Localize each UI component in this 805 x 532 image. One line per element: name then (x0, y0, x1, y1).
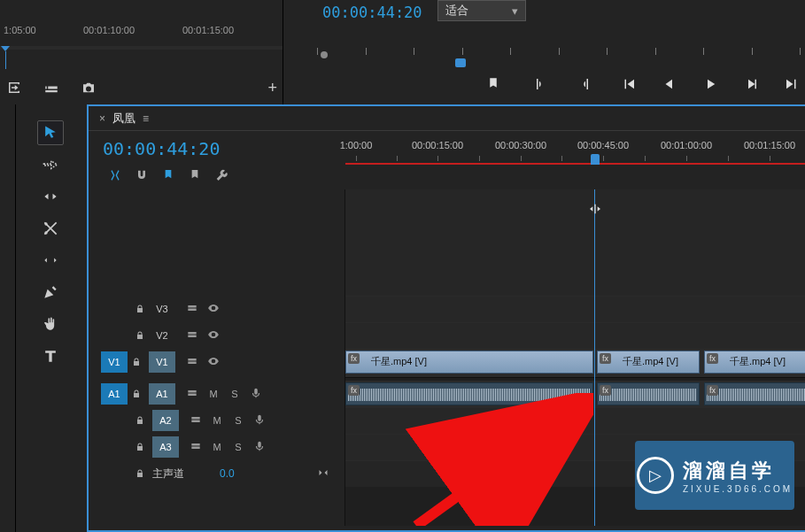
left-panel-stub (0, 104, 16, 532)
track-header-master[interactable]: 主声道 0.0 (89, 460, 344, 487)
source-patch-v1[interactable]: V1 (101, 351, 128, 373)
track-select-tool[interactable] (37, 152, 64, 177)
fx-badge: fx (707, 385, 718, 396)
sync-lock-icon[interactable] (190, 413, 202, 428)
program-playhead[interactable] (455, 58, 466, 67)
work-area-bar[interactable] (345, 163, 805, 165)
audio-clip[interactable]: fx (345, 382, 593, 405)
timeline-body: V3 V2 (89, 189, 805, 526)
sync-lock-icon[interactable] (186, 328, 198, 343)
camera-icon[interactable] (78, 77, 99, 98)
track-header-v1[interactable]: V1 V1 (89, 349, 344, 375)
export-frame-icon[interactable] (4, 77, 25, 98)
track-header-a3[interactable]: A3 M S (89, 434, 344, 460)
magnet-icon[interactable] (135, 168, 149, 185)
snap-icon[interactable] (108, 168, 122, 185)
pen-tool[interactable] (37, 280, 64, 305)
track-label[interactable]: A1 (149, 383, 175, 405)
solo-toggle[interactable]: S (232, 442, 244, 452)
video-clip[interactable]: fx 千星.mp4 [V] (704, 351, 805, 374)
main-area: × 凤凰 ≡ 00:00:44:20 1:00:00 00:00:15:00 (0, 104, 805, 532)
lock-icon[interactable] (131, 415, 149, 426)
sync-lock-icon[interactable] (186, 387, 198, 402)
audio-clip[interactable]: fx (704, 382, 805, 405)
linked-selection-icon[interactable] (161, 168, 175, 185)
lock-icon[interactable] (131, 442, 149, 452)
waveform (600, 389, 697, 401)
waveform (348, 389, 591, 401)
panel-menu-icon[interactable]: ≡ (143, 112, 149, 125)
source-monitor: 1:05:00 00:01:10:00 00:01:15:00 + (0, 0, 283, 104)
video-clip[interactable]: fx 千星.mp4 [V] (597, 351, 700, 374)
source-ruler[interactable]: 1:05:00 00:01:10:00 00:01:15:00 (0, 25, 283, 60)
step-back-icon[interactable] (662, 73, 677, 95)
sync-lock-icon[interactable] (190, 440, 202, 455)
step-forward-icon[interactable] (743, 73, 759, 95)
zoom-fit-dropdown[interactable]: 适合 (437, 0, 526, 21)
goto-in-icon[interactable] (621, 73, 637, 95)
video-clip[interactable]: fx 千星.mp4 [V] (345, 351, 593, 374)
timeline-playhead[interactable] (594, 189, 595, 526)
scrubbar-handle[interactable] (321, 51, 328, 58)
settings-wrench-icon[interactable] (214, 168, 228, 185)
track-header-v2[interactable]: V2 (89, 322, 344, 349)
lock-icon[interactable] (131, 330, 149, 341)
track-header-a2[interactable]: A2 M S (89, 407, 344, 434)
mute-toggle[interactable]: M (207, 389, 220, 399)
timeline-ruler[interactable]: 1:00:00 00:00:15:00 00:00:30:00 00:00:45… (345, 131, 805, 189)
selection-tool[interactable] (37, 120, 64, 145)
source-patch-a1[interactable]: A1 (101, 383, 128, 405)
mute-toggle[interactable]: M (211, 442, 223, 452)
watermark-logo-icon (637, 457, 674, 494)
toggle-track-output-icon[interactable] (207, 302, 220, 317)
audio-clip[interactable]: fx (597, 382, 700, 405)
marker-icon[interactable] (483, 73, 504, 95)
insert-icon[interactable] (41, 77, 62, 98)
program-timecode[interactable]: 00:00:44:20 (322, 4, 422, 21)
track-label[interactable]: A3 (152, 436, 179, 458)
lock-icon[interactable] (128, 357, 145, 367)
track-label: V2 (149, 325, 175, 346)
track-label[interactable]: A2 (152, 410, 179, 431)
program-ruler[interactable] (317, 32, 800, 62)
markers-icon[interactable] (188, 168, 202, 185)
voiceover-icon[interactable] (250, 387, 262, 402)
sync-lock-icon[interactable] (186, 355, 198, 370)
sync-lock-icon[interactable] (186, 302, 198, 317)
track-content[interactable]: fx 千星.mp4 [V] fx 千星.mp4 [V] fx 千星.mp4 [V… (345, 189, 805, 526)
play-icon[interactable] (702, 73, 718, 95)
hand-tool[interactable] (37, 312, 64, 336)
add-button[interactable]: + (267, 79, 277, 97)
voiceover-icon[interactable] (253, 413, 266, 428)
toggle-track-output-icon[interactable] (207, 355, 220, 370)
program-scrubber[interactable] (317, 48, 800, 57)
tab-close-icon[interactable]: × (99, 112, 105, 125)
watermark-badge: 溜溜自学 ZIXUE.3D66.COM (635, 441, 794, 510)
lock-icon[interactable] (128, 389, 145, 399)
mute-toggle[interactable]: M (211, 415, 223, 426)
track-label: V3 (149, 298, 175, 320)
track-header-v3[interactable]: V3 (89, 296, 344, 322)
goto-out-icon[interactable] (784, 73, 800, 95)
voiceover-icon[interactable] (253, 440, 266, 455)
master-level[interactable]: 0.0 (220, 467, 235, 480)
lock-icon[interactable] (131, 468, 149, 479)
ripple-edit-tool[interactable] (37, 184, 64, 209)
master-label: 主声道 (152, 466, 184, 482)
mark-out-icon[interactable] (575, 73, 596, 95)
track-header-a1[interactable]: A1 A1 M S (89, 381, 344, 407)
type-tool[interactable] (37, 343, 64, 368)
slip-tool[interactable] (37, 248, 64, 273)
collapse-icon[interactable] (316, 467, 330, 481)
lock-icon[interactable] (131, 304, 149, 314)
source-playhead[interactable] (5, 51, 6, 69)
playhead-head[interactable] (591, 154, 600, 165)
razor-tool[interactable] (37, 216, 64, 241)
sequence-tab[interactable]: 凤凰 (112, 111, 135, 127)
track-label[interactable]: V1 (149, 351, 175, 373)
solo-toggle[interactable]: S (232, 415, 244, 426)
toggle-track-output-icon[interactable] (207, 328, 220, 343)
timeline-timecode[interactable]: 00:00:44:20 (103, 138, 345, 159)
mark-in-icon[interactable] (529, 73, 550, 95)
solo-toggle[interactable]: S (228, 389, 241, 399)
